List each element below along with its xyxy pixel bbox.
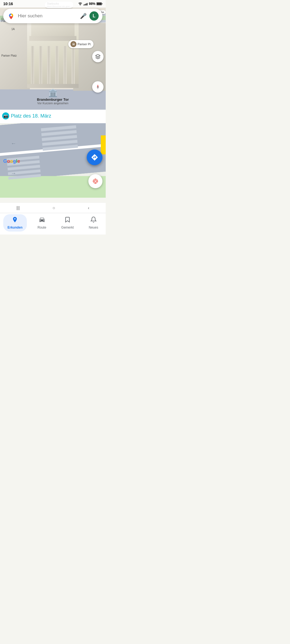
maps-logo — [7, 12, 15, 20]
nav-icon-gemerkt — [64, 216, 71, 225]
svg-rect-17 — [102, 3, 102, 4]
nav-item-erkunden[interactable]: Erkunden — [3, 214, 27, 232]
battery-percent: 98% — [89, 2, 95, 6]
battery-icon — [96, 2, 102, 5]
svg-rect-14 — [87, 3, 88, 5]
nav-icon-route — [39, 216, 45, 225]
platz-text: Platz des 18. März — [11, 113, 51, 119]
gate-icon: 🏛️ — [48, 89, 58, 97]
svg-point-9 — [10, 15, 12, 17]
gate-subtitle: Vor Kurzem angesehen — [37, 102, 69, 105]
crosswalk-l-stripe-3 — [8, 165, 40, 170]
wifi-icon — [78, 2, 82, 5]
crosswalk-upper — [41, 125, 78, 155]
system-nav-bar: ||| ○ ‹ — [0, 203, 106, 213]
svg-point-2 — [94, 180, 96, 182]
gate-label-container: 🏛️ Brandenburger Tor Vor Kurzem angesehe… — [37, 89, 69, 105]
back-button[interactable]: ‹ — [88, 206, 89, 210]
mic-icon[interactable]: 🎤 — [80, 13, 87, 19]
nav-label-gemerkt: Gemerkt — [61, 226, 74, 229]
status-bar: 10:16 98% — [0, 0, 106, 8]
user-avatar[interactable]: L — [89, 11, 99, 21]
layer-switcher-button[interactable] — [92, 51, 104, 62]
gate-name: Brandenburger Tor — [37, 97, 69, 102]
nav-icon-neues — [90, 216, 97, 225]
yellow-barrier — [101, 135, 106, 154]
column-4 — [55, 46, 59, 84]
nav-label-route: Route — [38, 226, 46, 229]
search-bar[interactable]: 🎤 L — [3, 9, 102, 23]
column-1 — [31, 46, 34, 84]
gate-entablature — [29, 36, 76, 41]
nav-item-route[interactable]: Route — [33, 214, 51, 232]
gate-attic — [31, 23, 75, 37]
signal-icon — [83, 2, 88, 5]
traffic-arrow-right: → — [11, 170, 16, 176]
pariser-platz-pin-text: Pariser Pl. — [78, 43, 91, 46]
google-letter-g: G — [3, 158, 7, 164]
svg-rect-12 — [85, 4, 85, 5]
status-time: 10:16 — [3, 2, 13, 6]
label-1a: 1A — [11, 28, 15, 31]
nav-item-gemerkt[interactable]: Gemerkt — [57, 214, 78, 232]
status-icons: 98% — [78, 2, 102, 6]
nav-label-erkunden: Erkunden — [8, 226, 22, 229]
google-letter-g2: g — [13, 158, 16, 164]
column-3 — [47, 46, 50, 84]
bottom-nav-bar: Erkunden Route Gemerkt Neues — [0, 213, 106, 235]
pariser-platz-pin-icon: 🏛 — [70, 41, 76, 47]
column-5 — [63, 46, 67, 84]
map-container[interactable]: Französische Botschaft Pariser Platz 1A — [0, 0, 106, 202]
crosswalk-stripe-5 — [43, 145, 78, 151]
search-input[interactable] — [18, 13, 77, 19]
directions-fab-button[interactable] — [87, 149, 102, 165]
svg-point-3 — [93, 179, 98, 183]
google-letter-o2: o — [10, 158, 13, 164]
home-button[interactable]: ○ — [53, 206, 55, 210]
svg-rect-13 — [86, 4, 86, 5]
traffic-arrow-left: ← — [11, 140, 16, 147]
compass-button[interactable] — [92, 81, 104, 93]
recent-apps-button[interactable]: ||| — [16, 206, 20, 210]
svg-rect-16 — [97, 3, 101, 5]
svg-point-10 — [80, 5, 80, 5]
platz-camera-icon: 📷 — [2, 112, 9, 119]
column-6 — [72, 46, 75, 84]
pariser-platz-pin[interactable]: 🏛 Pariser Pl. — [68, 40, 94, 48]
location-button[interactable] — [88, 174, 102, 188]
nav-item-neues[interactable]: Neues — [85, 214, 103, 232]
svg-rect-11 — [83, 5, 84, 5]
column-2 — [39, 46, 42, 84]
gate-base — [27, 84, 79, 88]
pariser-platz-bl-label: Pariser Platz — [1, 54, 17, 57]
nav-label-neues: Neues — [89, 226, 98, 229]
nav-icon-erkunden — [12, 216, 18, 225]
google-letter-e: e — [17, 158, 20, 164]
google-logo: Google — [3, 158, 20, 164]
platz-label-container: 📷 Platz des 18. März — [2, 112, 51, 119]
gate-body — [27, 23, 79, 88]
google-letter-o1: o — [7, 158, 10, 164]
